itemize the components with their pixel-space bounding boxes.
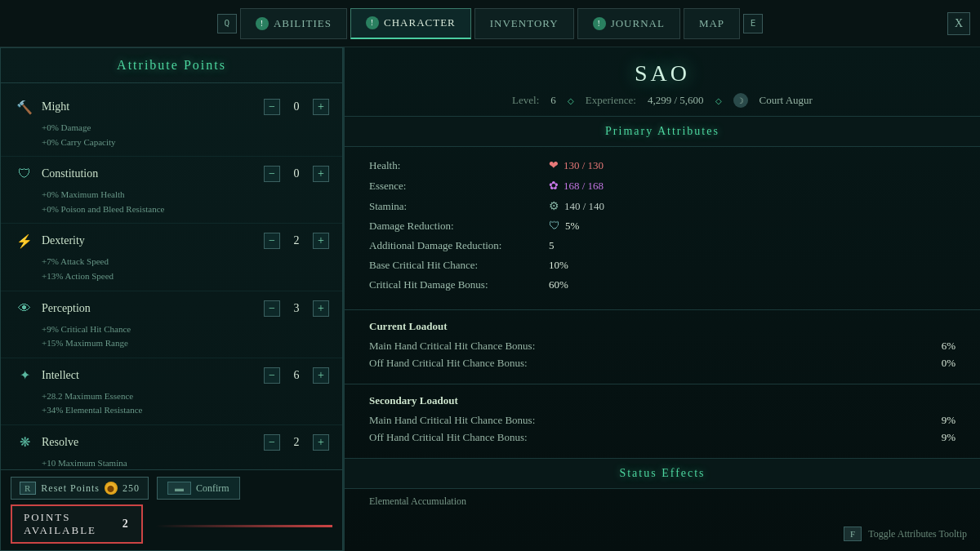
constitution-label: Constitution: [42, 167, 264, 180]
attribute-intellect: ✦ Intellect − 6 + +28.2 Maximum Essence …: [1, 358, 342, 425]
resolve-value: 2: [287, 436, 306, 449]
constitution-icon: 🛡: [14, 163, 35, 184]
status-effects-list: Elemental Accumulation: [345, 489, 980, 514]
perception-decrease[interactable]: −: [264, 300, 280, 317]
level-value: 6: [550, 94, 556, 107]
character-header: SAO Level: 6 ◇ Experience: 4,299 / 5,600…: [345, 47, 980, 117]
attributes-list: 🔨 Might − 0 + +0% Damage +0% Carry Capac…: [1, 83, 342, 469]
primary-attributes-header: Primary Attributes: [345, 117, 980, 147]
exp-label: Experience:: [586, 94, 636, 107]
reset-label: Reset Points: [41, 482, 100, 495]
resolve-increase[interactable]: +: [313, 434, 329, 451]
intellect-increase[interactable]: +: [313, 367, 329, 384]
essence-value: 168 / 168: [564, 180, 604, 193]
might-decrease[interactable]: −: [264, 99, 280, 115]
dexterity-label: Dexterity: [42, 234, 264, 247]
secondary-main-label: Main Hand Critical Hit Chance Bonus:: [369, 414, 942, 427]
add-dmg-reduction-label: Additional Damage Reduction:: [369, 239, 549, 252]
intellect-value: 6: [287, 369, 306, 382]
constitution-effects: +0% Maximum Health +0% Poison and Bleed …: [42, 188, 329, 216]
confirm-label: Confirm: [196, 482, 229, 495]
reset-key: R: [20, 482, 36, 495]
crit-chance-value: 10%: [549, 259, 568, 272]
confirm-button[interactable]: ▬ Confirm: [157, 477, 240, 500]
dmg-reduction-label: Damage Reduction:: [369, 220, 549, 233]
secondary-off-label: Off Hand Critical Hit Chance Bonus:: [369, 431, 942, 444]
tab-map[interactable]: MAP: [684, 8, 740, 39]
attribute-panel: Attribute Points 🔨 Might − 0 + +0% Damag…: [0, 47, 343, 551]
constitution-decrease[interactable]: −: [264, 166, 280, 182]
crit-damage-value: 60%: [549, 278, 568, 291]
secondary-main-value: 9%: [942, 414, 956, 427]
diamond-1: ◇: [568, 96, 574, 105]
attribute-perception: 👁 Perception − 3 + +9% Critical Hit Chan…: [1, 291, 342, 358]
dexterity-increase[interactable]: +: [313, 233, 329, 249]
close-button[interactable]: X: [947, 12, 970, 35]
toggle-label: Toggle Attributes Tooltip: [868, 528, 967, 540]
resolve-icon: ❋: [14, 432, 35, 453]
dexterity-value: 2: [287, 234, 306, 247]
health-value: 130 / 130: [564, 159, 604, 172]
might-icon: 🔨: [14, 96, 35, 118]
tab-character[interactable]: ! CHARACTER: [350, 8, 471, 39]
resolve-effects: +10 Maximum Stamina +23% Second Wind Eff…: [42, 456, 329, 469]
attribute-dexterity: ⚡ Dexterity − 2 + +7% Attack Speed +13% …: [1, 224, 342, 291]
might-value: 0: [287, 100, 306, 113]
might-label: Might: [42, 100, 264, 113]
essence-icon: ✿: [549, 179, 559, 193]
might-increase[interactable]: +: [313, 99, 329, 115]
character-icon: !: [366, 16, 379, 29]
points-value: 2: [122, 518, 130, 531]
toggle-key: F: [844, 527, 862, 541]
points-label: POINTS AVAILABLE: [24, 511, 116, 537]
status-item-elemental: Elemental Accumulation: [345, 489, 980, 514]
character-panel: SAO Level: 6 ◇ Experience: 4,299 / 5,600…: [343, 47, 980, 551]
reset-cost: 250: [122, 482, 140, 495]
level-label: Level:: [512, 94, 539, 107]
current-main-value: 6%: [942, 340, 956, 353]
perception-icon: 👁: [14, 298, 35, 319]
current-off-label: Off Hand Critical Hit Chance Bonus:: [369, 357, 942, 370]
footer-hint: F Toggle Attributes Tooltip: [844, 527, 967, 541]
perception-effects: +9% Critical Hit Chance +15% Maximum Ran…: [42, 322, 329, 351]
resolve-label: Resolve: [42, 436, 264, 449]
current-loadout: Current Loadout Main Hand Critical Hit C…: [345, 310, 980, 384]
reset-button[interactable]: R Reset Points ⬤ 250: [11, 477, 149, 500]
journal-icon: !: [593, 17, 606, 30]
constitution-increase[interactable]: +: [313, 166, 329, 182]
current-loadout-title: Current Loadout: [369, 320, 956, 333]
dexterity-icon: ⚡: [14, 230, 35, 251]
stamina-label: Stamina:: [369, 200, 549, 213]
health-icon: ❤: [549, 158, 559, 172]
tab-inventory[interactable]: INVENTORY: [474, 8, 574, 39]
secondary-loadout: Secondary Loadout Main Hand Critical Hit…: [345, 384, 980, 459]
main-layout: Attribute Points 🔨 Might − 0 + +0% Damag…: [0, 47, 980, 551]
secondary-loadout-title: Secondary Loadout: [369, 394, 956, 407]
attribute-resolve: ❋ Resolve − 2 + +10 Maximum Stamina +23%…: [1, 425, 342, 469]
health-label: Health:: [369, 159, 549, 172]
abilities-icon: !: [256, 17, 269, 30]
attribute-might: 🔨 Might − 0 + +0% Damage +0% Carry Capac…: [1, 90, 342, 157]
character-name: SAO: [361, 60, 964, 87]
secondary-off-value: 9%: [942, 431, 956, 444]
class-name: Court Augur: [760, 94, 813, 107]
resolve-decrease[interactable]: −: [264, 434, 280, 451]
current-main-label: Main Hand Critical Hit Chance Bonus:: [369, 340, 942, 353]
dmg-reduction-value: 5%: [565, 220, 579, 233]
dexterity-decrease[interactable]: −: [264, 233, 280, 249]
attribute-panel-title: Attribute Points: [1, 48, 342, 83]
intellect-label: Intellect: [42, 369, 264, 382]
primary-stats: Health: ❤ 130 / 130 Essence: ✿ 168 / 168…: [345, 147, 980, 310]
attribute-constitution: 🛡 Constitution − 0 + +0% Maximum Health …: [1, 157, 342, 224]
points-available: POINTS AVAILABLE 2: [11, 504, 143, 544]
crit-chance-label: Base Critical Hit Chance:: [369, 259, 549, 272]
essence-label: Essence:: [369, 180, 549, 193]
tab-journal[interactable]: ! JOURNAL: [577, 8, 680, 39]
shield-icon: 🛡: [549, 220, 560, 233]
intellect-decrease[interactable]: −: [264, 367, 280, 384]
perception-increase[interactable]: +: [313, 300, 329, 317]
tab-abilities[interactable]: ! ABILITIES: [240, 8, 347, 39]
e-key: E: [743, 14, 763, 33]
confirm-key: ▬: [167, 482, 191, 495]
q-key: Q: [217, 14, 237, 33]
